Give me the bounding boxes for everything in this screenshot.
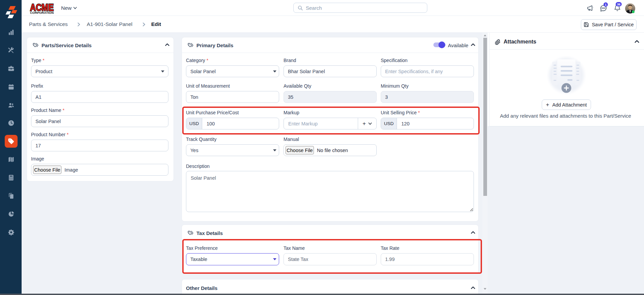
svg-text:CORPORATION: CORPORATION [30,11,54,14]
